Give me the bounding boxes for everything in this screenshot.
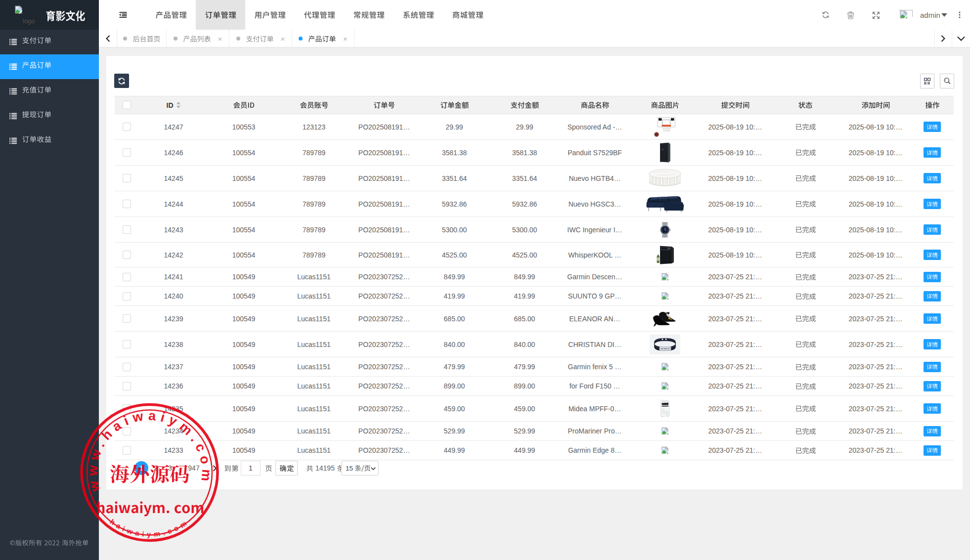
svg-text:haiwaiym.com: haiwaiym.com bbox=[108, 517, 190, 538]
